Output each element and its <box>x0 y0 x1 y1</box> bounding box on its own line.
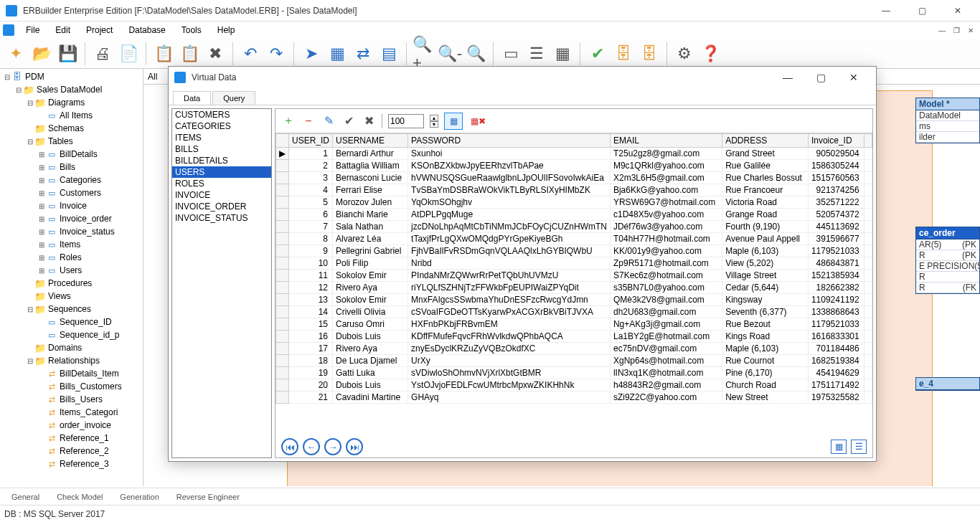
vd-list-item[interactable]: CUSTOMERS <box>172 109 271 120</box>
cell[interactable]: Rue Charles Bossut <box>722 172 809 184</box>
window-minimize-button[interactable]: — <box>870 2 903 19</box>
cell[interactable]: PIndaNMrZQWwrRrPetTQbUhUVMzU <box>408 270 611 282</box>
tree-item[interactable]: ⇄Items_Categori <box>0 406 143 419</box>
table-row[interactable]: 17Rivero AyaznyEsDyclKRZuZyVQBzOkdfXCec7… <box>276 343 872 355</box>
vd-list-item[interactable]: INVOICE_ORDER <box>172 201 271 212</box>
vd-list-item[interactable]: USERS <box>172 166 271 178</box>
cell[interactable]: 445113692 <box>808 221 864 233</box>
table-row[interactable]: 15Caruso OmriHXFnbPKbjFRBvmEMNg+AKg3j@gm… <box>276 318 872 331</box>
cell[interactable]: 7 <box>289 221 333 233</box>
paste-button[interactable]: 📋 <box>178 42 201 65</box>
tree-item[interactable]: ⇄BillDetails_Item <box>0 367 143 380</box>
cell[interactable]: s35BN7L0@yahoo.com <box>610 282 722 294</box>
row-selector[interactable] <box>276 392 289 404</box>
cell[interactable]: Bianchi Marie <box>333 209 408 221</box>
cell[interactable]: Fourth (9,190) <box>722 221 809 233</box>
menu-database[interactable]: Database <box>121 24 172 37</box>
cell[interactable]: La1BY2gE@hotmail.com <box>610 331 722 343</box>
cell[interactable]: Cedar (5,644) <box>722 282 809 294</box>
cell[interactable]: Bja6KkG@yahoo.com <box>610 184 722 196</box>
tree-expander[interactable]: ⊟ <box>3 73 11 81</box>
tree-expander[interactable]: ⊞ <box>37 228 46 236</box>
cell[interactable]: MnxFAIgcsSSwbmaYhuDnESFzcRwcgYdJmn <box>408 294 611 306</box>
cell[interactable]: 17 <box>289 343 333 355</box>
table-row[interactable]: 13Sokolov EmirMnxFAIgcsSSwbmaYhuDnESFzcR… <box>276 294 872 306</box>
cell[interactable]: Cavadini Martine <box>333 392 408 404</box>
relation-tool-button[interactable]: ⇄ <box>352 42 374 65</box>
new-button[interactable]: ✦ <box>4 42 27 65</box>
cell[interactable]: 1 <box>289 148 333 160</box>
cell[interactable]: Ng+AKg3j@gmail.com <box>610 318 722 331</box>
vd-minimize-button[interactable]: — <box>771 69 804 86</box>
cell[interactable]: YRSW69G7@hotmail.com <box>610 196 722 209</box>
cell[interactable]: 11 <box>289 270 333 282</box>
tree-item[interactable]: ⊟📁Relationships <box>0 354 143 367</box>
cell[interactable]: Battaglia William <box>333 160 408 172</box>
cell[interactable]: T04hH77H@hotmail.com <box>610 233 722 245</box>
cell[interactable]: sVDiwloShOhmvNVjXrlXbtGtBMR <box>408 367 611 379</box>
table-row[interactable]: 12Rivero AyariYLQLfSZHNjTzFFWkbFpEUPIWai… <box>276 282 872 294</box>
row-selector[interactable] <box>276 343 289 355</box>
cell[interactable]: M9c1QRkl@yahoo.com <box>610 160 722 172</box>
tree-item[interactable]: ⊞▭Items <box>0 238 143 251</box>
cell[interactable]: Alvarez Léa <box>333 233 408 245</box>
add-row-button[interactable]: ＋ <box>281 114 296 128</box>
diagram-tab[interactable]: All <box>148 72 157 82</box>
cell[interactable]: 1179521033 <box>808 318 864 331</box>
table-tool-button[interactable]: ▦ <box>326 42 349 65</box>
cell[interactable]: 391596677 <box>808 233 864 245</box>
table-row[interactable]: 7Sala NathanjzcDNoLhpAqMtCbTiNMmJCbFOyCj… <box>276 221 872 233</box>
row-selector[interactable] <box>276 233 289 245</box>
row-selector[interactable] <box>276 306 289 318</box>
cell[interactable]: 921374256 <box>808 184 864 196</box>
tree-expander[interactable]: ⊞ <box>37 189 46 197</box>
db-sync-button[interactable]: 🗄 <box>612 42 635 65</box>
table-row[interactable]: 6Bianchi MarieAtDPLPgqMugec1D48X5v@yahoo… <box>276 209 872 221</box>
cell[interactable]: 454194629 <box>808 367 864 379</box>
table-row[interactable]: 19Gatti LukasVDiwloShOhmvNVjXrlXbtGtBMRl… <box>276 367 872 379</box>
check-button[interactable]: ✔ <box>586 42 609 65</box>
cell[interactable]: Avenue Paul Appell <box>722 233 809 245</box>
cell[interactable]: Caruso Omri <box>333 318 408 331</box>
tree-expander[interactable]: ⊟ <box>26 138 34 146</box>
tree-expander[interactable]: ⊞ <box>37 241 46 249</box>
cell[interactable]: 1179521033 <box>808 245 864 257</box>
cell[interactable]: Rue Galilée <box>722 160 809 172</box>
cell[interactable]: 1338868643 <box>808 306 864 318</box>
cell[interactable]: ec75nDV@gmail.com <box>610 343 722 355</box>
row-selector[interactable] <box>276 282 289 294</box>
cell[interactable]: T25u2gz8@gmail.com <box>610 148 722 160</box>
db-save-button[interactable]: 🗄 <box>638 42 661 65</box>
menu-tools[interactable]: Tools <box>174 24 209 37</box>
cell[interactable]: KK/001y9@yahoo.com <box>610 245 722 257</box>
tree-item[interactable]: 📁Domains <box>0 341 143 354</box>
grid-view-button[interactable]: ▦ <box>444 113 463 130</box>
tree-item[interactable]: ⇄Bills_Customers <box>0 380 143 393</box>
view-tool-button[interactable]: ▤ <box>377 42 400 65</box>
cell[interactable]: Bernardi Arthur <box>333 148 408 160</box>
table-row[interactable]: 3Bernasconi LuciehVWNUSQSGueRaawlglbnLJp… <box>276 172 872 184</box>
tree-item[interactable]: 📁Procedures <box>0 277 143 290</box>
cell[interactable]: De Luca Djamel <box>333 355 408 367</box>
cell[interactable]: jzcDNoLhpAqMtCbTiNMmJCbFOyCjCUZnHWmTN <box>408 221 611 233</box>
table-row[interactable]: 18De Luca DjamelUrXyXgNp64s@hotmail.comR… <box>276 355 872 367</box>
cell[interactable]: 16 <box>289 331 333 343</box>
zoom-out-button[interactable]: 🔍- <box>438 42 461 65</box>
menu-project[interactable]: Project <box>79 24 120 37</box>
cell[interactable]: Sokolov Emir <box>333 294 408 306</box>
column-header[interactable]: ADDRESS <box>722 134 809 148</box>
tree-item[interactable]: ▭Sequence_id_p <box>0 328 143 341</box>
mdi-minimize-button[interactable]: — <box>936 24 948 36</box>
cell[interactable]: JDéf76w3@yahoo.com <box>610 221 722 233</box>
table-row[interactable]: 14Crivelli OliviacSVoaIFGDeOTTsKyarwPxAC… <box>276 306 872 318</box>
column-header[interactable]: USERNAME <box>333 134 408 148</box>
cell[interactable]: lIN3xq1K@hotmail.com <box>610 367 722 379</box>
row-selector[interactable] <box>276 257 289 270</box>
btab-generation[interactable]: Generation <box>113 491 166 503</box>
window-maximize-button[interactable]: ▢ <box>905 2 938 19</box>
cell[interactable]: Rivero Aya <box>333 282 408 294</box>
cell[interactable]: Sxunhoi <box>408 148 611 160</box>
zoom-in-button[interactable]: 🔍+ <box>413 42 435 65</box>
cell[interactable]: 352571222 <box>808 196 864 209</box>
tree-item[interactable]: ▭Sequence_ID <box>0 315 143 328</box>
